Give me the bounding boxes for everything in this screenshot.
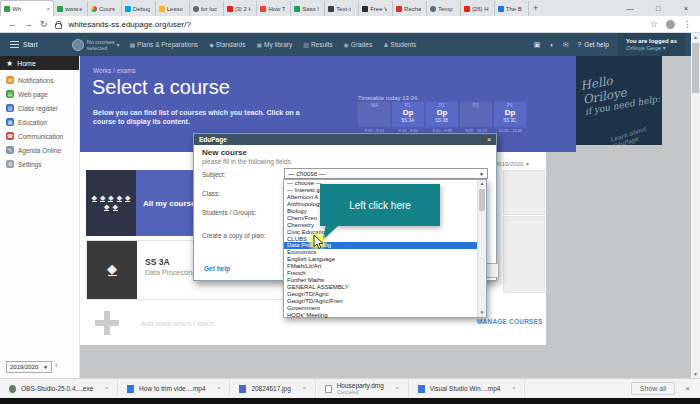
scrollbar-thumb[interactable]	[479, 189, 485, 211]
tab-title: (26) H	[472, 6, 489, 12]
top-nav-item[interactable]: ▣ My library	[256, 41, 292, 48]
year-filter-value: 2019/2020	[495, 161, 523, 167]
subject-field-label: Subject:	[202, 171, 226, 178]
sidebar-item-label: Education	[18, 119, 47, 126]
sidebar-item-home[interactable]: ★ Home	[0, 56, 79, 70]
back-icon[interactable]: ←	[8, 20, 17, 29]
show-all-downloads-button[interactable]: Show all	[631, 382, 675, 395]
subject-option[interactable]: Geogr/TD/Agric/Fren	[284, 298, 478, 305]
year-filter[interactable]: 2019/2020 ▼	[495, 161, 530, 167]
top-nav-item[interactable]: ♟ Students	[383, 41, 416, 48]
browser-tab[interactable]: Temp	[427, 1, 461, 16]
browser-tab[interactable]: Text-t	[325, 1, 359, 16]
sidebar-item[interactable]: ⚙ Settings	[0, 157, 79, 171]
timetable-period[interactable]: MA 8:00 - 8:10	[358, 102, 390, 134]
page-scrollbar[interactable]: ▲ ▼	[691, 33, 700, 378]
browser-profile-avatar[interactable]	[666, 20, 675, 29]
browser-tab[interactable]: (26) H	[461, 1, 495, 16]
course-selector[interactable]: No courses selected ▾	[87, 39, 120, 51]
subject-option[interactable]: French	[284, 270, 478, 277]
top-nav-item[interactable]: ◉ Grades	[344, 41, 373, 48]
school-year-select[interactable]: 2019/2020 ▼	[6, 361, 52, 373]
timetable-period[interactable]: P2 Dp SS 3B 8:50 - 9:30	[426, 102, 458, 134]
dialog-get-help-link[interactable]: Get help	[204, 265, 230, 272]
subject-option[interactable]: HODs' Meeting	[284, 312, 478, 319]
course-card-partial[interactable]	[503, 170, 545, 215]
sidebar-item[interactable]: ▦ Education	[0, 115, 79, 129]
new-tab-button[interactable]: +	[529, 1, 543, 16]
sidebar-item[interactable]: ✉ Notifications	[0, 73, 79, 87]
manage-courses-link[interactable]: MANAGE COURSES	[477, 318, 543, 325]
sidebar-item[interactable]: ☎ Communication	[0, 129, 79, 143]
mail-icon[interactable]: ✉	[563, 41, 569, 49]
browser-tab[interactable]: Cours	[88, 1, 122, 16]
browser-tab[interactable]: Sass In	[291, 1, 325, 16]
subject-option[interactable]: Further Maths	[284, 277, 478, 284]
browser-tab[interactable]: How T	[257, 1, 291, 16]
browser-tab[interactable]: Recha	[393, 1, 427, 16]
download-item[interactable]: Houseparty.dmg Canceled ^	[316, 379, 409, 399]
subject-select[interactable]: — choose — ▼	[284, 168, 488, 179]
browser-tab[interactable]: (3) 2 H	[224, 1, 258, 16]
reload-icon[interactable]: ↻	[40, 20, 48, 29]
download-item[interactable]: 20824617.jpg ^	[230, 379, 315, 399]
media-icon[interactable]: ▣	[534, 41, 541, 49]
download-expand-icon[interactable]: ^	[512, 386, 515, 392]
chat-icon[interactable]: ◗	[549, 41, 553, 48]
download-item[interactable]: OBS-Studio-25.0.4....exe ^	[0, 379, 118, 399]
subject-option[interactable]: Geogr/TD/Agric	[284, 291, 478, 298]
get-help-button[interactable]: ? Get help	[578, 41, 609, 48]
browser-tab[interactable]: for loc	[190, 1, 224, 16]
download-expand-icon[interactable]: ^	[218, 386, 221, 392]
bookmark-star-icon[interactable]: ☆	[650, 20, 658, 29]
all-courses-card[interactable]: ◆ ◆ ◆ ◆ ◆ ◆ ◆ All my courses	[86, 170, 200, 236]
timetable-period[interactable]: P3 9:45 - 10:25	[460, 102, 492, 134]
course-card-partial[interactable]	[503, 216, 545, 293]
subject-option[interactable]: English Language	[284, 256, 478, 263]
download-item[interactable]: Visual Studio Win....mp4 ^	[409, 379, 526, 399]
browser-menu-icon[interactable]: ⋮	[683, 20, 692, 29]
sidebar-item-label: Agenda Online	[18, 147, 61, 154]
timetable-period[interactable]: P4 Dp SS 3C 10:25 - 11:05	[494, 102, 526, 134]
start-menu[interactable]: Start	[23, 41, 38, 48]
top-nav-item[interactable]: ▥ Results	[303, 41, 332, 48]
download-item[interactable]: How to trim vide....mp4 ^	[118, 379, 230, 399]
sidebar-item[interactable]: ✎ Agenda Online	[0, 143, 79, 157]
forward-icon[interactable]: →	[24, 20, 33, 29]
browser-tab[interactable]: Lesso	[156, 1, 190, 16]
scrollbar-thumb[interactable]	[692, 43, 699, 93]
browser-tab[interactable]: Free V	[359, 1, 393, 16]
url-text[interactable]: whitesands-ss.edupage.org/user/?	[69, 20, 191, 29]
downloads-close-icon[interactable]: ×	[685, 384, 690, 393]
close-button[interactable]: ×	[672, 5, 700, 12]
browser-tab[interactable]: The B	[495, 1, 529, 16]
minimize-button[interactable]: —	[616, 5, 644, 12]
browser-tab[interactable]: www.e	[54, 1, 88, 16]
subject-option[interactable]: Government	[284, 305, 478, 312]
scroll-down-arrow[interactable]: ▼	[691, 370, 700, 378]
browser-tab[interactable]: Debug	[122, 1, 156, 16]
tab-close-icon[interactable]: ×	[46, 6, 50, 12]
sidebar-item[interactable]: ▤ Web page	[0, 87, 79, 101]
sidebar-collapse-arrow[interactable]: ‹	[55, 360, 58, 370]
download-expand-icon[interactable]: ^	[303, 386, 306, 392]
dialog-close-icon[interactable]: ×	[487, 136, 491, 143]
dropdown-scrollbar[interactable]: ▲ ▼	[477, 180, 486, 317]
download-expand-icon[interactable]: ^	[105, 386, 108, 392]
scroll-up-arrow[interactable]: ▲	[691, 33, 700, 41]
hamburger-menu-icon[interactable]	[10, 44, 19, 46]
learn-about-link[interactable]: Learn about EduPage	[609, 120, 662, 145]
subject-option[interactable]: GENERAL ASSEMBLY	[284, 284, 478, 291]
sidebar-item[interactable]: ▥ Class register	[0, 101, 79, 115]
top-nav-item[interactable]: ▦ Plans & Preparations	[129, 41, 198, 48]
timetable-period[interactable]: P1 Dp SS 3A 8:10 - 8:50	[392, 102, 424, 134]
scroll-down-arrow[interactable]: ▼	[478, 309, 486, 317]
top-nav-item[interactable]: ◆ Standards	[209, 41, 245, 48]
logged-in-user-menu[interactable]: You are logged as Oriloye Gege ▾	[618, 33, 685, 56]
subject-option[interactable]: FMath/Lit/Art	[284, 263, 478, 270]
maximize-button[interactable]: □	[644, 5, 672, 12]
download-expand-icon[interactable]: ^	[396, 386, 399, 392]
browser-tab[interactable]: Wh ×	[0, 0, 54, 16]
scroll-up-arrow[interactable]: ▲	[478, 180, 486, 188]
course-avatar-icon[interactable]	[72, 39, 84, 51]
